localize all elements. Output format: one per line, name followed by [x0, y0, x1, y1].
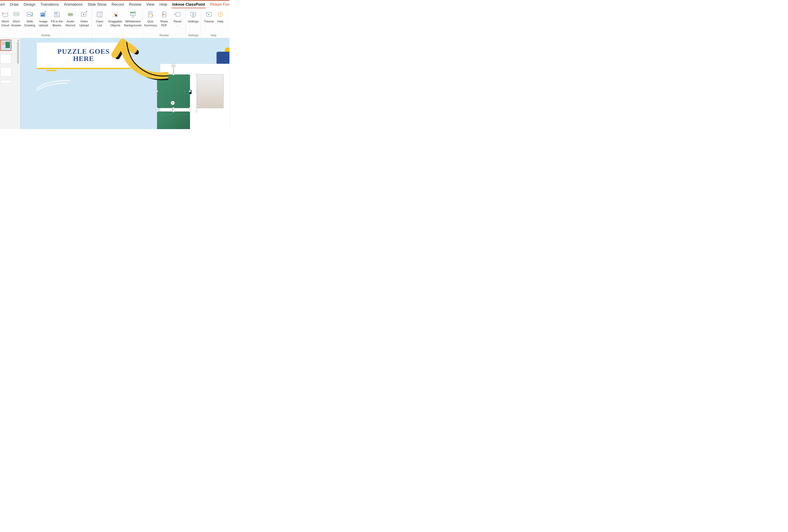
slide-thumbnail-panel: ▲: [0, 38, 20, 129]
image-upload-button[interactable]: ImageUpload: [37, 9, 50, 34]
resize-handle[interactable]: [196, 110, 198, 112]
slide-thumb-3[interactable]: [0, 67, 11, 77]
reset-button[interactable]: Reset⌵: [171, 9, 184, 34]
whiteboard-backgrounds-button[interactable]: WhiteboardBackgrounds: [124, 9, 142, 34]
short-answer-icon: [12, 10, 21, 19]
tab-transitions[interactable]: Transitions: [38, 1, 61, 8]
ribbon-group-tools: ClassList DraggableObjects: [92, 8, 143, 38]
audio-record-icon: [66, 10, 75, 19]
slide-drawing-button[interactable]: SlideDrawing: [23, 9, 37, 34]
resize-handle[interactable]: [172, 110, 175, 112]
svg-rect-8: [40, 13, 45, 17]
tab-review[interactable]: Review: [126, 1, 144, 8]
audio-record-button[interactable]: AudioRecord: [64, 9, 77, 34]
tab-design[interactable]: Design: [21, 1, 38, 8]
tools-group-label: [117, 34, 118, 38]
svg-rect-49: [176, 12, 180, 16]
resize-handle[interactable]: [156, 73, 158, 75]
slide-thumb-4[interactable]: [0, 80, 11, 83]
fill-blanks-icon: [53, 10, 61, 19]
svg-point-48: [163, 14, 164, 14]
reset-label: Reset⌵: [174, 20, 181, 27]
resize-handle[interactable]: [189, 110, 191, 112]
resize-handle[interactable]: [189, 107, 191, 109]
svg-point-35: [117, 12, 118, 13]
slide-title-line2: HERE: [73, 55, 94, 62]
workspace: ▲ PUZZLE GOES HERE: [0, 38, 230, 129]
quiz-summary-button[interactable]: QuizSummary: [144, 9, 157, 34]
scrollbar-track[interactable]: [17, 42, 19, 64]
svg-point-36: [113, 16, 114, 17]
tab-animations[interactable]: Animations: [61, 1, 85, 8]
image-upload-icon: [39, 10, 48, 19]
settings-icon: [189, 10, 198, 19]
tab-help[interactable]: Help: [157, 1, 170, 8]
resize-handle[interactable]: [156, 107, 158, 109]
video-upload-label: VideoUpload: [79, 20, 89, 27]
class-list-label: ClassList: [96, 20, 103, 27]
decor-blue-shape: [217, 52, 230, 65]
review-group-label: Review: [159, 34, 169, 38]
resize-handle[interactable]: [189, 90, 191, 92]
svg-point-29: [98, 16, 98, 16]
scroll-up-arrow[interactable]: ▲: [17, 39, 20, 41]
resize-handle[interactable]: [172, 73, 175, 75]
tutorial-label: Tutorial: [204, 20, 214, 23]
slide[interactable]: PUZZLE GOES HERE: [20, 38, 230, 129]
quiz-summary-icon: [146, 10, 155, 19]
slide-thumb-1[interactable]: [0, 40, 11, 51]
video-upload-button[interactable]: VideoUpload: [77, 9, 91, 34]
draggable-objects-button[interactable]: DraggableObjects: [106, 9, 124, 34]
help-icon: ?: [216, 10, 225, 19]
svg-point-4: [15, 14, 16, 15]
help-label: Help: [217, 20, 223, 23]
image-upload-label: ImageUpload: [39, 20, 48, 27]
share-pdf-label: SharePDF: [160, 20, 168, 27]
word-cloud-icon: [1, 10, 9, 19]
svg-point-0: [2, 14, 8, 17]
quiz-summary-label: QuizSummary: [144, 20, 157, 27]
svg-rect-33: [115, 15, 117, 16]
settings-label: Settings: [188, 20, 199, 23]
resize-handle[interactable]: [196, 73, 198, 75]
tab-view[interactable]: View: [144, 1, 157, 8]
tab-picture-format[interactable]: Picture Format: [208, 1, 230, 8]
tab-record[interactable]: Record: [109, 1, 126, 8]
resize-handle[interactable]: [156, 90, 158, 92]
svg-point-52: [193, 14, 194, 15]
help-button[interactable]: ? Help: [216, 9, 225, 34]
fill-blanks-button[interactable]: Fill in theBlanks: [50, 9, 64, 34]
tutorial-button[interactable]: Tutorial: [202, 9, 216, 34]
share-pdf-icon: [160, 10, 169, 19]
resize-handle[interactable]: [196, 90, 198, 92]
ribbon-group-help: Tutorial ? Help Help: [201, 8, 226, 38]
tab-slideshow[interactable]: Slide Show: [85, 1, 109, 8]
resize-handle[interactable]: [196, 107, 198, 109]
tab-classpoint[interactable]: Inknoe ClassPoint: [170, 1, 208, 8]
draggable-objects-icon: [111, 10, 120, 19]
svg-point-2: [7, 12, 8, 13]
svg-point-1: [2, 12, 3, 14]
ribbon-tabs: ert Draw Design Transitions Animations S…: [0, 1, 230, 8]
puzzle-tile-3[interactable]: [157, 112, 190, 129]
slide-thumb-2[interactable]: [0, 54, 11, 64]
resize-handle[interactable]: [172, 107, 175, 109]
rotate-handle[interactable]: [171, 101, 175, 105]
short-answer-button[interactable]: ShortAnswer: [9, 9, 23, 34]
settings-button[interactable]: Settings: [186, 9, 200, 34]
slide-title-box[interactable]: PUZZLE GOES HERE: [37, 43, 130, 68]
class-list-icon: [95, 10, 104, 19]
share-pdf-button[interactable]: SharePDF: [157, 9, 171, 34]
tab-insert[interactable]: ert: [0, 1, 7, 8]
svg-point-27: [98, 14, 98, 15]
ribbon-group-activity: WordCloud ShortAnswer SlideDrawing Image…: [0, 8, 92, 38]
svg-rect-10: [54, 12, 59, 17]
resize-handle[interactable]: [156, 110, 158, 112]
class-list-button[interactable]: ClassList: [93, 9, 106, 34]
resize-handle[interactable]: [189, 73, 191, 75]
puzzle-tile-2[interactable]: [197, 74, 223, 108]
tab-draw[interactable]: Draw: [7, 1, 21, 8]
word-cloud-button[interactable]: WordCloud: [1, 9, 9, 34]
rotate-handle[interactable]: [172, 64, 176, 68]
svg-point-5: [16, 14, 17, 15]
